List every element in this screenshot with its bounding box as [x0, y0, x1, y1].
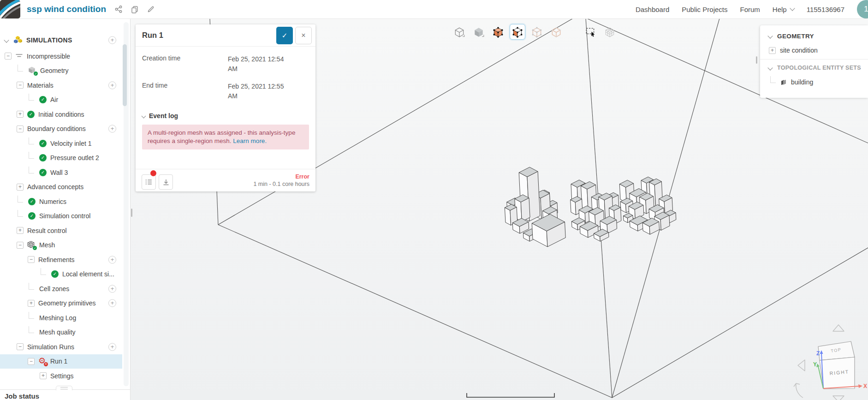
confirm-button[interactable]: ✓: [276, 27, 293, 44]
add-button[interactable]: +: [108, 125, 116, 133]
tree-item-geometry[interactable]: ✓Geometry: [0, 64, 122, 78]
tree-item-simulation-runs[interactable]: −Simulation Runs+: [0, 340, 122, 354]
sidebar-resize-handle[interactable]: [131, 209, 132, 217]
edit-icon[interactable]: [147, 5, 155, 13]
tree-item-advanced-concepts[interactable]: +Advanced concepts: [0, 180, 122, 195]
tree-item-run-1[interactable]: −⚙×Run 1: [0, 354, 122, 369]
tree-item-result-control[interactable]: +Result control: [0, 223, 122, 238]
tree-item-materials[interactable]: −Materials+: [0, 78, 122, 93]
box-select-tool[interactable]: [583, 24, 598, 40]
nav-public-projects[interactable]: Public Projects: [682, 6, 727, 13]
creation-time-row: Creation time Feb 25, 2021 12:54 AM: [142, 54, 309, 74]
project-actions: [114, 0, 155, 18]
edge-select-tool[interactable]: [548, 24, 564, 40]
tree-item-incompressible[interactable]: −Incompressible: [0, 49, 122, 64]
mesh-display-tool[interactable]: [602, 24, 618, 40]
tree-connector: [18, 65, 23, 72]
app-logo-icon[interactable]: [0, 0, 21, 18]
tree-item-air[interactable]: ✓Air: [0, 93, 122, 107]
sidebar-scrollbar[interactable]: [124, 22, 129, 386]
vertex-select-tool[interactable]: [529, 24, 545, 40]
usage-label: 1 min - 0.1 core hours: [253, 181, 309, 187]
volume-select-tool[interactable]: [490, 24, 506, 40]
download-results-button[interactable]: [159, 174, 173, 190]
learn-more-link[interactable]: Learn more.: [233, 137, 267, 144]
tree-item-geometry-primitives[interactable]: +Geometry primitives+: [0, 296, 122, 311]
status-error-label: Error: [253, 173, 309, 180]
collapse-icon[interactable]: −: [17, 82, 24, 89]
expand-icon[interactable]: +: [40, 372, 47, 379]
tree-item-label: Local element si...: [62, 270, 114, 278]
3d-viewport[interactable]: Run 1 ✓ × Creation time Feb 25, 2021 12:…: [131, 18, 868, 400]
tree-root-simulations[interactable]: SIMULATIONS +: [0, 32, 122, 48]
add-button[interactable]: +: [108, 256, 116, 263]
event-log-toggle[interactable]: Event log: [142, 112, 309, 119]
face-select-tool[interactable]: [510, 24, 525, 40]
mesh-icon: ✓: [27, 241, 36, 249]
run-detail-panel: Run 1 ✓ × Creation time Feb 25, 2021 12:…: [136, 24, 315, 191]
add-button[interactable]: +: [108, 343, 116, 351]
share-icon[interactable]: [114, 5, 123, 13]
add-button[interactable]: +: [108, 285, 116, 293]
tree-item-settings[interactable]: +Settings: [0, 369, 122, 383]
nav-help[interactable]: Help: [773, 6, 794, 13]
nav-dashboard[interactable]: Dashboard: [636, 6, 669, 13]
expand-icon[interactable]: +: [17, 111, 24, 118]
tree-item-label: Geometry primitives: [38, 299, 95, 307]
tree-item-label: Refinements: [38, 256, 75, 263]
job-status-strip: Job status: [0, 389, 130, 400]
tree-item-boundary-conditions[interactable]: −Boundary conditions+: [0, 122, 122, 137]
add-simulation-button[interactable]: +: [108, 36, 116, 44]
tree-item-pressure-outlet-2[interactable]: ✓Pressure outlet 2: [0, 151, 122, 166]
tree-connector: [29, 152, 34, 159]
end-time-value: Feb 25, 2021 12:55 AM: [228, 82, 288, 101]
view-toolbar: [452, 24, 618, 40]
add-button[interactable]: +: [108, 299, 116, 307]
view-orientation-cube[interactable]: TOP RIGHT Z Y X: [784, 321, 868, 400]
tree-item-mesh-quality[interactable]: Mesh quality: [0, 325, 122, 340]
city-buildings-model: [505, 167, 676, 247]
tree-item-label: Pressure outlet 2: [50, 154, 99, 161]
run-panel-footer: Error 1 min - 0.1 core hours: [136, 169, 315, 191]
tree-item-meshing-log[interactable]: Meshing Log: [0, 310, 122, 325]
expand-icon[interactable]: +: [17, 184, 24, 191]
tree-item-refinements[interactable]: −Refinements+: [0, 252, 122, 267]
simulation-tree-sidebar: SIMULATIONS + −Incompressible✓Geometry−M…: [0, 18, 131, 400]
solid-view-tool[interactable]: [471, 24, 487, 40]
tree-item-site-condition[interactable]: + site condition: [760, 43, 868, 58]
event-list-button[interactable]: [142, 174, 156, 190]
tree-item-building[interactable]: building: [760, 75, 868, 90]
tree-item-mesh[interactable]: −✓Mesh: [0, 238, 122, 253]
topological-sets-toggle[interactable]: TOPOLOGICAL ENTITY SETS: [760, 61, 868, 75]
tree-item-local-element-si[interactable]: ✓Local element si...: [0, 267, 122, 282]
expand-icon[interactable]: +: [17, 227, 24, 234]
tree-item-velocity-inlet-1[interactable]: ✓Velocity inlet 1: [0, 136, 122, 151]
geometry-section-toggle[interactable]: GEOMETRY: [760, 29, 868, 43]
run-status: Error 1 min - 0.1 core hours: [253, 173, 309, 187]
collapse-icon[interactable]: −: [17, 125, 24, 132]
expand-icon[interactable]: +: [28, 300, 35, 307]
check-icon: ✓: [27, 111, 35, 118]
collapse-icon[interactable]: −: [17, 242, 24, 249]
user-avatar[interactable]: 1: [857, 0, 868, 18]
job-panel-drag-handle[interactable]: [56, 386, 72, 390]
tree-item-cell-zones[interactable]: Cell zones+: [0, 281, 122, 296]
add-button[interactable]: +: [108, 81, 116, 89]
tree-item-simulation-control[interactable]: ✓Simulation control: [0, 209, 122, 224]
tree-item-label: Materials: [27, 82, 54, 89]
tree-item-wall-3[interactable]: ✓Wall 3: [0, 165, 122, 180]
tree-item-initial-conditions[interactable]: +✓Initial conditions: [0, 107, 122, 122]
collapse-icon[interactable]: −: [17, 343, 24, 350]
scrollbar-thumb[interactable]: [123, 44, 127, 106]
nav-forum[interactable]: Forum: [740, 6, 760, 13]
collapse-icon[interactable]: −: [28, 256, 35, 263]
right-panel-resize-handle[interactable]: [756, 56, 757, 64]
expander[interactable]: +: [769, 47, 776, 54]
user-id[interactable]: 1155136967: [807, 6, 844, 13]
collapse-icon[interactable]: −: [5, 53, 12, 60]
close-button[interactable]: ×: [295, 27, 312, 44]
wireframe-view-tool[interactable]: [452, 24, 467, 40]
duplicate-icon[interactable]: [131, 5, 139, 13]
tree-item-numerics[interactable]: ✓Numerics: [0, 194, 122, 209]
collapse-icon[interactable]: −: [28, 358, 35, 365]
